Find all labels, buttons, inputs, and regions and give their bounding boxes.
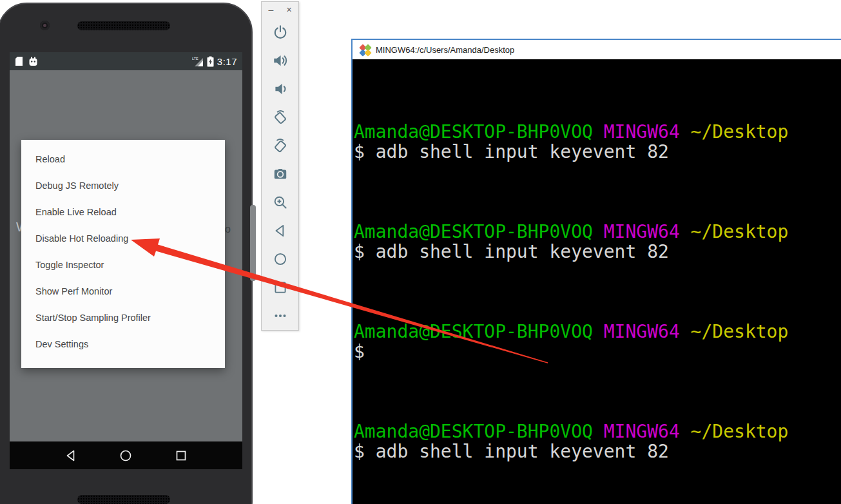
react-native-dev-menu: Reload Debug JS Remotely Enable Live Rel… [21, 140, 225, 368]
prompt-user: Amanda@DESKTOP-BHP0VOQ [354, 221, 593, 242]
volume-down-icon [272, 81, 289, 97]
terminal-titlebar[interactable]: MINGW64:/c/Users/Amanda/Desktop [353, 40, 841, 59]
terminal-prompt-block: Amanda@DESKTOP-BHP0VOQ MINGW64 ~/Desktop… [354, 422, 841, 461]
prompt-user: Amanda@DESKTOP-BHP0VOQ [354, 321, 593, 342]
prompt-path: ~/Desktop [691, 221, 789, 242]
emu-back-button[interactable] [271, 221, 290, 240]
rotate-left-icon [272, 109, 289, 126]
volume-down-button[interactable] [271, 79, 290, 99]
nav-back-button[interactable] [63, 448, 79, 463]
overview-square-icon [174, 449, 188, 463]
terminal-command: $ adb shell input keyevent 82 [354, 142, 841, 162]
prompt-path: ~/Desktop [691, 121, 789, 142]
emu-home-button[interactable] [271, 249, 290, 269]
volume-up-button[interactable] [271, 51, 290, 70]
prompt-env: MINGW64 [604, 221, 680, 242]
bottom-speaker-grille [77, 495, 170, 504]
status-bar: LTE 3:17 [10, 52, 242, 70]
battery-charging-icon [207, 56, 214, 67]
device-screen: LTE 3:17 W o Rel [10, 52, 242, 469]
home-circle-icon [119, 449, 133, 463]
android-emulator-device: LTE 3:17 W o Rel [0, 3, 253, 504]
menu-item-dev-settings[interactable]: Dev Settings [21, 331, 225, 357]
ellipsis-icon [272, 307, 289, 324]
terminal-prompt-block: Amanda@DESKTOP-BHP0VOQ MINGW64 ~/Desktop… [354, 222, 841, 262]
camera-icon [272, 166, 289, 182]
home-circle-icon [272, 251, 289, 267]
prompt-user: Amanda@DESKTOP-BHP0VOQ [354, 121, 593, 142]
msys-logo-icon [360, 44, 371, 55]
back-triangle-icon [272, 222, 289, 239]
rotate-left-button[interactable] [271, 108, 290, 127]
emu-overview-button[interactable] [271, 278, 290, 297]
magnifier-plus-icon [272, 194, 289, 211]
app-background-dimmed: W o Reload Debug JS Remotely Enable Live… [10, 70, 242, 441]
menu-item-disable-hot-reloading[interactable]: Disable Hot Reloading [21, 225, 225, 251]
menu-item-reload[interactable]: Reload [21, 146, 225, 172]
sdcard-icon [15, 56, 23, 66]
overview-square-icon [272, 279, 289, 296]
menu-item-enable-live-reload[interactable]: Enable Live Reload [21, 199, 225, 225]
nav-home-button[interactable] [118, 448, 133, 463]
prompt-env: MINGW64 [604, 321, 680, 342]
menu-item-sampling-profiler[interactable]: Start/Stop Sampling Profiler [21, 304, 225, 331]
terminal-prompt-block: Amanda@DESKTOP-BHP0VOQ MINGW64 ~/Desktop… [354, 322, 841, 362]
terminal-output[interactable]: Amanda@DESKTOP-BHP0VOQ MINGW64 ~/Desktop… [353, 59, 841, 504]
terminal-command: $ [354, 342, 841, 362]
terminal-command: $ adb shell input keyevent 82 [354, 441, 841, 461]
prompt-path: ~/Desktop [691, 421, 789, 442]
emulator-toolbar: – × [261, 1, 299, 331]
status-clock: 3:17 [217, 56, 237, 67]
svg-text:LTE: LTE [192, 57, 198, 61]
device-power-side-button [250, 205, 256, 281]
nav-overview-button[interactable] [173, 448, 189, 463]
android-nav-bar [10, 441, 242, 469]
more-options-button[interactable] [271, 306, 290, 325]
earpiece-speaker-grille [77, 21, 170, 30]
cell-signal-icon: LTE [192, 56, 204, 67]
menu-item-debug-js-remotely[interactable]: Debug JS Remotely [21, 172, 225, 199]
screenshot-button[interactable] [271, 164, 290, 184]
rotate-right-icon [272, 137, 289, 154]
terminal-prompt-block: Amanda@DESKTOP-BHP0VOQ MINGW64 ~/Desktop… [354, 122, 841, 162]
power-button[interactable] [271, 23, 290, 42]
usb-debug-icon [28, 57, 38, 66]
toolbar-close-button[interactable]: × [284, 5, 295, 15]
rotate-right-button[interactable] [271, 136, 290, 155]
back-triangle-icon [64, 449, 78, 463]
prompt-path: ~/Desktop [691, 321, 789, 342]
background-text-fragment: o [225, 224, 231, 235]
terminal-title: MINGW64:/c/Users/Amanda/Desktop [376, 45, 514, 55]
terminal-command: $ adb shell input keyevent 82 [354, 242, 841, 262]
prompt-env: MINGW64 [604, 421, 680, 442]
composite-screenshot: LTE 3:17 W o Rel [0, 0, 841, 504]
prompt-user: Amanda@DESKTOP-BHP0VOQ [354, 421, 593, 442]
power-icon [272, 24, 289, 41]
prompt-env: MINGW64 [604, 121, 680, 142]
zoom-button[interactable] [271, 193, 290, 212]
toolbar-minimize-button[interactable]: – [266, 5, 276, 15]
front-camera-icon [40, 21, 50, 30]
mingw64-terminal-window: MINGW64:/c/Users/Amanda/Desktop Amanda@D… [351, 39, 841, 504]
menu-item-show-perf-monitor[interactable]: Show Perf Monitor [21, 278, 225, 304]
menu-item-toggle-inspector[interactable]: Toggle Inspector [21, 251, 225, 278]
volume-up-icon [272, 52, 289, 69]
